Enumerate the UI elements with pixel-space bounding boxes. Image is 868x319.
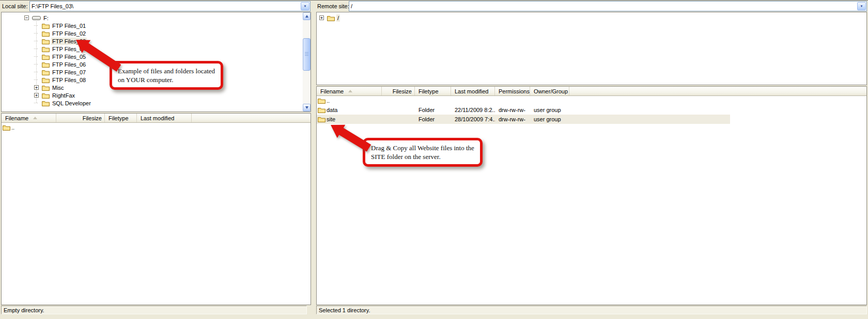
tree-item-label: FTP Files_08 bbox=[51, 76, 87, 84]
cell-filetype: Folder bbox=[415, 107, 451, 113]
folder-icon bbox=[42, 77, 50, 83]
callout-remote-note: Drag & Copy all Website files into the S… bbox=[363, 138, 483, 167]
column-header-filename[interactable]: Filename bbox=[317, 87, 382, 95]
cell-modified: 22/11/2009 8:2... bbox=[451, 107, 495, 113]
column-header-filler bbox=[192, 114, 311, 122]
callout-text-line: SITE folder on the server. bbox=[371, 152, 474, 161]
folder-icon bbox=[42, 100, 50, 106]
file-row-site[interactable]: siteFolder28/10/2009 7:4...drw-rw-rw-use… bbox=[317, 115, 866, 124]
ftp-client-window: Local site: ▼ −F:FTP Files_01FTP Files_0… bbox=[0, 0, 868, 319]
expand-plus-icon[interactable]: + bbox=[319, 15, 324, 20]
cell-name: data bbox=[317, 107, 382, 113]
column-label: Filesize bbox=[83, 115, 102, 121]
tree-scrollbar[interactable] bbox=[303, 12, 311, 111]
remote-file-list[interactable]: FilenameFilesizeFiletypeLast modifiedPer… bbox=[316, 86, 867, 305]
column-label: Filetype bbox=[419, 88, 439, 94]
column-header-filesize[interactable]: Filesize bbox=[382, 87, 415, 95]
folder-icon bbox=[3, 124, 10, 131]
column-label: Filename bbox=[5, 115, 28, 121]
scroll-up-button[interactable] bbox=[303, 12, 311, 20]
drive-icon bbox=[32, 15, 41, 21]
remote-site-combobox[interactable]: ▼ bbox=[349, 1, 867, 11]
tree-item-sql-developer[interactable]: SQL Developer bbox=[34, 99, 311, 107]
column-label: Last modified bbox=[455, 88, 488, 94]
tree-guide bbox=[34, 41, 39, 41]
column-header-filename[interactable]: Filename bbox=[2, 114, 56, 122]
tree-guide bbox=[34, 25, 39, 26]
local-list-header: FilenameFilesizeFiletypeLast modified bbox=[2, 114, 311, 123]
cell-permissions: drw-rw-rw- bbox=[495, 116, 530, 122]
tree-item-label: FTP Files_07 bbox=[51, 69, 87, 76]
tree-guide bbox=[34, 72, 39, 72]
sort-ascending-icon bbox=[348, 90, 352, 92]
column-header-owner-group[interactable]: Owner/Group bbox=[530, 87, 569, 95]
local-site-combobox[interactable]: ▼ bbox=[29, 1, 311, 11]
local-site-path-input[interactable] bbox=[30, 2, 300, 10]
tree-item-rightfax[interactable]: +RightFax bbox=[34, 91, 311, 99]
expand-plus-icon[interactable]: + bbox=[34, 93, 39, 98]
tree-item-label: FTP Files_04 bbox=[51, 45, 87, 53]
column-header-filler bbox=[569, 87, 866, 95]
column-header-last-modified[interactable]: Last modified bbox=[137, 114, 192, 122]
column-header-last-modified[interactable]: Last modified bbox=[451, 87, 495, 95]
expand-plus-icon[interactable]: + bbox=[34, 85, 39, 90]
folder-icon bbox=[42, 54, 50, 60]
folder-icon bbox=[42, 46, 50, 52]
remote-site-label: Remote site: bbox=[317, 3, 349, 9]
scroll-thumb[interactable] bbox=[303, 38, 311, 71]
file-row-item[interactable]: .. bbox=[2, 123, 311, 132]
tree-guide bbox=[34, 49, 39, 49]
scroll-grip-icon bbox=[305, 52, 308, 57]
scroll-down-icon bbox=[305, 106, 308, 109]
tree-item-ftp-files-01[interactable]: FTP Files_01 bbox=[34, 22, 311, 29]
tree-item-label: SQL Developer bbox=[51, 100, 92, 107]
folder-icon bbox=[42, 92, 50, 99]
cell-name: .. bbox=[317, 98, 382, 104]
tree-guide bbox=[34, 103, 39, 103]
tree-item-ftp-files-04[interactable]: FTP Files_04 bbox=[34, 45, 311, 53]
column-label: Filename bbox=[320, 88, 344, 94]
callout-text-line: Drag & Copy all Website files into the bbox=[371, 143, 474, 152]
tree-item-label: RightFax bbox=[51, 92, 76, 99]
scroll-down-button[interactable] bbox=[303, 104, 311, 111]
tree-item-label: Misc bbox=[51, 84, 65, 91]
folder-icon bbox=[42, 23, 50, 29]
remote-site-path-input[interactable] bbox=[349, 2, 857, 10]
file-row-item[interactable]: .. bbox=[317, 96, 866, 105]
tree-item-label: F: bbox=[42, 14, 50, 22]
cell-owner: user group bbox=[530, 116, 569, 122]
file-name-label: .. bbox=[327, 98, 330, 104]
column-header-filetype[interactable]: Filetype bbox=[415, 87, 451, 95]
column-label: Filetype bbox=[109, 115, 129, 121]
tree-item-ftp-files-03[interactable]: FTP Files_03 bbox=[34, 37, 311, 45]
folder-icon bbox=[318, 116, 326, 122]
column-header-filesize[interactable]: Filesize bbox=[56, 114, 105, 122]
file-row-data[interactable]: dataFolder22/11/2009 8:2...drw-rw-rw-use… bbox=[317, 105, 866, 115]
dropdown-arrow-icon[interactable]: ▼ bbox=[301, 2, 309, 10]
sort-ascending-icon bbox=[33, 117, 37, 119]
tree-item-f[interactable]: −F: bbox=[24, 14, 311, 22]
dropdown-arrow-icon[interactable]: ▼ bbox=[857, 2, 866, 10]
cell-permissions: drw-rw-rw- bbox=[495, 107, 530, 113]
remote-directory-tree[interactable]: +/ bbox=[316, 12, 867, 85]
column-header-filetype[interactable]: Filetype bbox=[105, 114, 137, 122]
folder-icon bbox=[318, 98, 326, 104]
folder-icon bbox=[42, 69, 50, 75]
tree-item-ftp-files-02[interactable]: FTP Files_02 bbox=[34, 29, 311, 37]
tree-item-label: FTP Files_06 bbox=[51, 61, 87, 68]
collapse-minus-icon[interactable]: − bbox=[24, 15, 29, 20]
column-header-permissions[interactable]: Permissions bbox=[495, 87, 530, 95]
remote-list-header: FilenameFilesizeFiletypeLast modifiedPer… bbox=[317, 87, 866, 96]
tree-item-ftp-files-05[interactable]: FTP Files_05 bbox=[34, 53, 311, 60]
column-label: Filesize bbox=[393, 88, 412, 94]
tree-item-label: FTP Files_03 bbox=[51, 38, 87, 45]
callout-text-line: Example of files and folders located bbox=[118, 67, 215, 75]
local-file-list[interactable]: FilenameFilesizeFiletypeLast modified .. bbox=[1, 113, 311, 305]
folder-icon bbox=[318, 107, 326, 113]
tree-guide bbox=[34, 79, 39, 80]
cell-filetype: Folder bbox=[415, 116, 451, 122]
callout-local-note: Example of files and folders located on … bbox=[110, 61, 223, 90]
folder-icon bbox=[42, 85, 50, 91]
tree-item-item[interactable]: +/ bbox=[319, 14, 866, 22]
cell-name: .. bbox=[2, 124, 56, 131]
